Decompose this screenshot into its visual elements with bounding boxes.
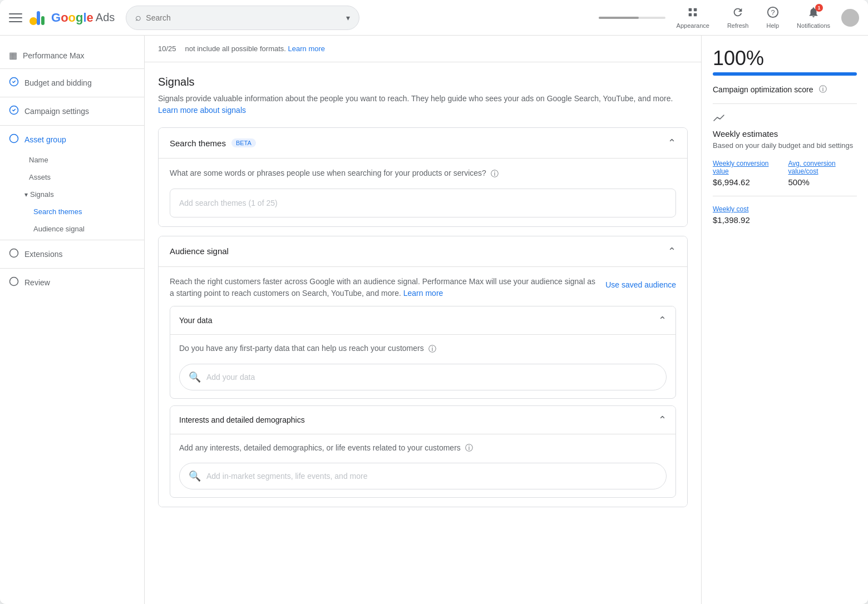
- your-data-title: Your data: [179, 316, 212, 325]
- audience-signal-card: Audience signal ⌃ Reach the right custom…: [158, 236, 688, 508]
- your-data-card-header[interactable]: Your data ⌃: [170, 306, 675, 334]
- sidebar-subitem-audience-signal[interactable]: Audience signal: [0, 220, 144, 237]
- asset-group-icon: [9, 133, 19, 146]
- svg-point-12: [10, 249, 18, 258]
- weekly-conversion-item: Weekly conversion value $6,994.62: [713, 160, 782, 187]
- svg-point-11: [10, 135, 18, 143]
- sidebar-item-review[interactable]: Review: [0, 271, 144, 294]
- audience-signal-title: Audience signal: [170, 246, 229, 256]
- interests-chevron: ⌃: [658, 414, 667, 426]
- search-themes-help-icon[interactable]: ⓘ: [491, 169, 499, 178]
- interests-question: Add any interests, detailed demographics…: [179, 442, 667, 454]
- weekly-estimates-subtitle: Based on your daily budget and bid setti…: [713, 141, 857, 151]
- interests-search-icon: 🔍: [189, 470, 201, 482]
- top-count: 10/25: [158, 44, 176, 53]
- sidebar-item-perf-max[interactable]: ▦ Performance Max: [0, 44, 144, 66]
- interests-card-body: Add any interests, detailed demographics…: [170, 434, 675, 498]
- sidebar-item-extensions[interactable]: Extensions: [0, 242, 144, 266]
- sidebar-subitem-signals[interactable]: ▾ Signals: [0, 186, 144, 203]
- main-area: ▦ Performance Max Budget and bidding Cam…: [0, 36, 868, 604]
- weekly-cost-item: Weekly cost $1,398.92: [713, 205, 857, 225]
- notifications-label: Notifications: [797, 22, 830, 29]
- right-panel-divider-1: [713, 103, 857, 104]
- weekly-estimates-grid: Weekly conversion value $6,994.62 Avg. c…: [713, 160, 857, 187]
- nav-actions: Appearance Refresh ? Help: [599, 4, 859, 31]
- search-dropdown-icon[interactable]: ▾: [346, 13, 350, 22]
- appearance-icon: [687, 6, 699, 21]
- sidebar-subitem-name[interactable]: Name: [0, 151, 144, 169]
- your-data-help-icon[interactable]: ⓘ: [428, 344, 436, 353]
- search-themes-input[interactable]: Add search themes (1 of 25): [170, 189, 676, 217]
- search-themes-chevron: ⌃: [668, 137, 676, 149]
- svg-rect-4: [694, 8, 697, 12]
- your-data-question: Do you have any first-party data that ca…: [179, 343, 667, 355]
- interests-help-icon[interactable]: ⓘ: [465, 443, 473, 452]
- help-label: Help: [766, 22, 779, 29]
- signals-description: Signals provide valuable information abo…: [158, 93, 688, 116]
- signals-learn-more-link[interactable]: Learn more about signals: [158, 106, 246, 115]
- signals-expand-icon: ▾: [24, 191, 28, 199]
- sidebar-divider-2: [0, 97, 144, 97]
- sidebar-divider-1: [0, 68, 144, 69]
- menu-icon[interactable]: [9, 11, 22, 24]
- google-ads-icon: [29, 9, 47, 27]
- audience-signal-card-body: Reach the right customers faster across …: [159, 266, 687, 507]
- your-data-input[interactable]: 🔍 Add your data: [179, 364, 667, 390]
- optimization-score-value: 100%: [713, 47, 857, 70]
- sidebar-item-label-review: Review: [24, 278, 50, 287]
- search-themes-title: Search themes BETA: [170, 138, 256, 148]
- signals-title: Signals: [158, 76, 688, 88]
- weekly-conversion-label[interactable]: Weekly conversion value: [713, 160, 782, 175]
- your-data-chevron: ⌃: [658, 314, 667, 326]
- svg-point-0: [29, 17, 37, 25]
- search-icon: ⌕: [135, 12, 141, 23]
- interests-card-header[interactable]: Interests and detailed demographics ⌃: [170, 406, 675, 434]
- right-panel: 100% Campaign optimization score ⓘ Weekl…: [701, 36, 868, 604]
- audience-signal-chevron: ⌃: [668, 245, 676, 258]
- sidebar-item-budget[interactable]: Budget and bidding: [0, 71, 144, 95]
- sidebar-divider-3: [0, 125, 144, 126]
- interests-title: Interests and detailed demographics: [179, 415, 305, 424]
- sidebar-subitem-assets[interactable]: Assets: [0, 169, 144, 186]
- svg-rect-1: [37, 11, 40, 25]
- interests-input[interactable]: 🔍 Add in-market segments, life events, a…: [179, 463, 667, 489]
- sidebar-item-label-campaign: Campaign settings: [24, 107, 89, 116]
- sidebar-item-label-budget: Budget and bidding: [24, 78, 92, 87]
- beta-badge: BETA: [231, 138, 256, 147]
- your-data-sub-card: Your data ⌃ Do you have any first-party …: [170, 306, 676, 399]
- user-avatar[interactable]: [841, 9, 859, 27]
- audience-learn-more-link[interactable]: Learn more: [403, 289, 443, 298]
- search-input[interactable]: [146, 13, 342, 22]
- budget-check-icon: [9, 77, 19, 89]
- top-learn-more-link[interactable]: Learn more: [288, 44, 325, 53]
- sidebar-subitem-search-themes[interactable]: Search themes: [0, 203, 144, 220]
- audience-description: Reach the right customers faster across …: [170, 276, 676, 299]
- weekly-cost-label[interactable]: Weekly cost: [713, 205, 857, 213]
- weekly-cost-value: $1,398.92: [713, 215, 857, 225]
- refresh-button[interactable]: Refresh: [721, 4, 756, 31]
- audience-signal-card-header[interactable]: Audience signal ⌃: [159, 236, 687, 266]
- svg-text:?: ?: [771, 8, 775, 17]
- trend-icon: [713, 113, 857, 125]
- sidebar-item-campaign-settings[interactable]: Campaign settings: [0, 100, 144, 123]
- review-icon: [9, 276, 19, 289]
- notifications-icon: 1: [807, 6, 820, 21]
- audience-inner: Reach the right customers faster across …: [170, 276, 676, 498]
- refresh-icon: [732, 6, 744, 21]
- svg-rect-6: [694, 13, 697, 17]
- use-saved-audience-button[interactable]: Use saved audience: [605, 276, 676, 294]
- appearance-button[interactable]: Appearance: [670, 4, 716, 31]
- search-themes-question: What are some words or phrases people us…: [170, 167, 676, 180]
- svg-rect-3: [689, 8, 692, 12]
- sub-item-assets-label: Assets: [29, 173, 51, 181]
- top-description: not include all possible formats. Learn …: [185, 44, 325, 53]
- avg-conversion-label[interactable]: Avg. conversion value/cost: [788, 160, 857, 175]
- avg-conversion-value: 500%: [788, 177, 857, 187]
- main-content: 10/25 not include all possible formats. …: [145, 36, 701, 604]
- optimization-help-icon[interactable]: ⓘ: [819, 85, 827, 95]
- search-themes-card-header[interactable]: Search themes BETA ⌃: [159, 128, 687, 158]
- notifications-button[interactable]: 1 Notifications: [790, 4, 837, 31]
- sidebar-item-asset-group[interactable]: Asset group: [0, 128, 144, 151]
- search-bar[interactable]: ⌕ ▾: [126, 6, 359, 30]
- help-button[interactable]: ? Help: [760, 4, 786, 31]
